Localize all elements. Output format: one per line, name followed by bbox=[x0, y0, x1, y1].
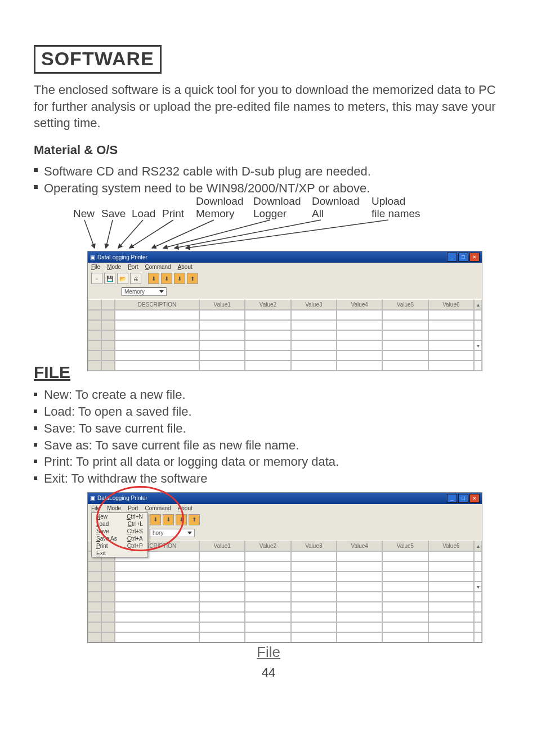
toolbar-load-button[interactable]: 📂 bbox=[117, 273, 128, 284]
col-value1: Value1 bbox=[199, 299, 245, 310]
table-row bbox=[88, 612, 482, 622]
menu-about[interactable]: About bbox=[178, 505, 193, 511]
table-row: ▾ bbox=[88, 340, 482, 350]
window-title: DataLogging Printer bbox=[97, 254, 147, 260]
toolbar-download-memory-button[interactable]: ⬇ bbox=[150, 514, 161, 525]
scroll-up-button[interactable]: ▴ bbox=[474, 299, 482, 310]
toolbar-download-all-button[interactable]: ⬇ bbox=[176, 514, 187, 525]
list-item: Operating system need to be WIN98/2000/N… bbox=[34, 180, 503, 197]
svg-line-0 bbox=[84, 220, 95, 248]
file-menu-item-exit[interactable]: Exit bbox=[92, 550, 147, 557]
table-row bbox=[88, 622, 482, 632]
mode-dropdown[interactable]: hory bbox=[150, 529, 195, 537]
label-upload-1: Upload bbox=[372, 195, 405, 208]
menu-item-label: Save bbox=[96, 528, 109, 534]
app-icon: ▣ bbox=[90, 254, 95, 260]
list-item: Load: To open a saved file. bbox=[34, 403, 503, 420]
col-value3: Value3 bbox=[291, 299, 337, 310]
menu-file[interactable]: File bbox=[91, 264, 100, 270]
menu-item-shortcut: Ctrl+L bbox=[128, 521, 143, 527]
menu-about[interactable]: About bbox=[178, 264, 193, 270]
toolbar-upload-button[interactable]: ⬆ bbox=[187, 273, 198, 284]
label-download-all-1: Download bbox=[312, 195, 360, 208]
mode-dropdown-value: hory bbox=[153, 530, 163, 536]
window-titlebar: ▣ DataLogging Printer _ □ × bbox=[88, 251, 482, 263]
svg-line-4 bbox=[152, 220, 214, 248]
grid-header: DESCRIPTION Value1 Value2 Value3 Value4 … bbox=[88, 299, 482, 310]
menu-item-shortcut: Ctrl+S bbox=[127, 528, 143, 534]
scroll-up-button[interactable]: ▴ bbox=[474, 541, 482, 551]
close-button[interactable]: × bbox=[469, 494, 480, 503]
menu-item-shortcut: Ctrl+P bbox=[127, 543, 143, 549]
menu-command[interactable]: Command bbox=[145, 264, 171, 270]
menu-mode[interactable]: Mode bbox=[107, 505, 121, 511]
mode-dropdown[interactable]: Memory bbox=[122, 287, 167, 296]
minimize-button[interactable]: _ bbox=[447, 253, 457, 262]
file-menu-dropdown: New Ctrl+N Load Ctrl+L Save Ctrl+S Save … bbox=[91, 512, 148, 557]
svg-line-7 bbox=[186, 220, 388, 248]
table-row bbox=[88, 361, 482, 371]
col-value4: Value4 bbox=[337, 299, 382, 310]
label-download-memory-1: Download bbox=[196, 195, 244, 208]
file-menu-item-saveas[interactable]: Save As Ctrl+A bbox=[92, 535, 147, 542]
file-menu-item-new[interactable]: New Ctrl+N bbox=[92, 513, 147, 520]
col-value2: Value2 bbox=[245, 541, 290, 551]
toolbar: ▫ 💾 📂 🖨 ⬇ ⬇ ⬇ ⬆ bbox=[88, 271, 482, 286]
minimize-button[interactable]: _ bbox=[447, 494, 457, 503]
toolbar-print-button[interactable]: 🖨 bbox=[130, 273, 141, 284]
svg-line-2 bbox=[118, 220, 143, 248]
menu-port[interactable]: Port bbox=[128, 505, 138, 511]
file-list: New: To create a new file. Load: To open… bbox=[34, 386, 503, 487]
label-download-all-2: All bbox=[312, 208, 324, 220]
menu-bar: File Mode Port Command About New Ctrl+N … bbox=[88, 504, 482, 512]
toolbar-download-all-button[interactable]: ⬇ bbox=[174, 273, 185, 284]
list-item: Software CD and RS232 cable with D-sub p… bbox=[34, 163, 503, 180]
scroll-down-button[interactable]: ▾ bbox=[474, 582, 482, 592]
label-download-logger-1: Download bbox=[253, 195, 301, 208]
menu-mode[interactable]: Mode bbox=[107, 264, 121, 270]
menu-item-label: Load bbox=[96, 521, 109, 527]
heading-software: SOFTWARE bbox=[34, 45, 162, 74]
window-title: DataLogging Printer bbox=[97, 495, 147, 501]
figure-caption-file: File bbox=[34, 644, 503, 661]
list-item: Save: To save current file. bbox=[34, 420, 503, 437]
menu-file[interactable]: File bbox=[91, 505, 100, 511]
menu-item-label: Print bbox=[96, 543, 108, 549]
menu-port[interactable]: Port bbox=[128, 264, 138, 270]
label-load: Load bbox=[132, 208, 155, 220]
file-menu-item-load[interactable]: Load Ctrl+L bbox=[92, 520, 147, 528]
table-row bbox=[88, 632, 482, 642]
file-menu-item-print[interactable]: Print Ctrl+P bbox=[92, 542, 147, 550]
table-row: ▾ bbox=[88, 582, 482, 592]
table-row bbox=[88, 350, 482, 361]
file-menu-item-save[interactable]: Save Ctrl+S bbox=[92, 528, 147, 535]
col-value5: Value5 bbox=[382, 541, 428, 551]
list-item: New: To create a new file. bbox=[34, 386, 503, 403]
label-download-logger-2: Logger bbox=[253, 208, 287, 220]
toolbar-save-button[interactable]: 💾 bbox=[104, 273, 115, 284]
toolbar-upload-button[interactable]: ⬆ bbox=[189, 514, 200, 525]
col-value3: Value3 bbox=[291, 541, 337, 551]
table-row bbox=[88, 561, 482, 572]
close-button[interactable]: × bbox=[469, 253, 480, 262]
arrow-lines bbox=[73, 220, 467, 254]
toolbar-download-logger-button[interactable]: ⬇ bbox=[161, 273, 172, 284]
table-row bbox=[88, 330, 482, 340]
material-list: Software CD and RS232 cable with D-sub p… bbox=[34, 163, 503, 196]
chevron-down-icon bbox=[187, 532, 192, 534]
menu-command[interactable]: Command bbox=[145, 505, 171, 511]
col-description: DESCRIPTION bbox=[115, 299, 199, 310]
table-row bbox=[88, 592, 482, 602]
col-value2: Value2 bbox=[245, 299, 290, 310]
list-item: Save as: To save current file as new fil… bbox=[34, 437, 503, 454]
toolbar-download-logger-button[interactable]: ⬇ bbox=[163, 514, 174, 525]
toolbar-new-button[interactable]: ▫ bbox=[91, 273, 102, 284]
col-value6: Value6 bbox=[428, 299, 474, 310]
toolbar-download-memory-button[interactable]: ⬇ bbox=[148, 273, 159, 284]
maximize-button[interactable]: □ bbox=[458, 494, 468, 503]
table-row bbox=[88, 320, 482, 330]
toolbar-label-diagram: New Save Load Print Download Memory Down… bbox=[73, 208, 503, 251]
scroll-down-button[interactable]: ▾ bbox=[474, 340, 482, 350]
maximize-button[interactable]: □ bbox=[458, 253, 468, 262]
page-number: 44 bbox=[34, 665, 503, 680]
